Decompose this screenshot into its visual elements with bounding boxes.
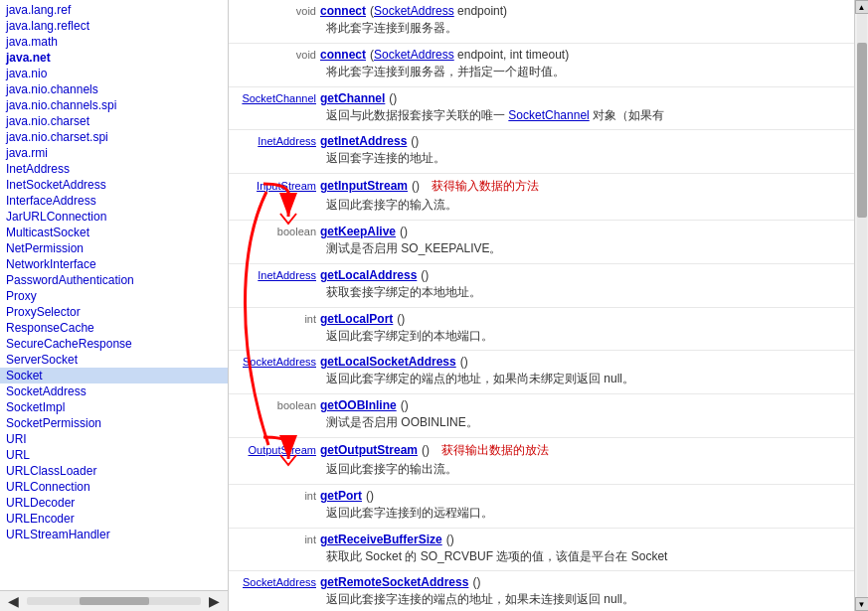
sidebar-item-urlconnection[interactable]: URLConnection <box>0 479 228 495</box>
method-name-link-1[interactable]: connect <box>320 48 366 62</box>
sidebar: java.lang.refjava.lang.reflectjava.mathj… <box>0 0 229 611</box>
sidebar-item-socket[interactable]: Socket <box>0 368 228 383</box>
sidebar-item-multicastsocket[interactable]: MulticastSocket <box>0 225 228 240</box>
sidebar-item-uri[interactable]: URI <box>0 431 228 447</box>
main-vscrollbar[interactable]: ▲ ▼ <box>854 0 868 611</box>
method-params-10: () <box>422 443 430 457</box>
sidebar-item-urlstreamhandler[interactable]: URLStreamHandler <box>0 527 228 542</box>
return-type-8: SocketAddress <box>237 356 316 368</box>
return-type-link-4[interactable]: InputStream <box>257 180 316 192</box>
sidebar-right-arrow[interactable]: ▶ <box>205 593 224 609</box>
sidebar-item-java-nio-charset-spi[interactable]: java.nio.charset.spi <box>0 129 228 145</box>
sidebar-item-serversocket[interactable]: ServerSocket <box>0 352 228 368</box>
sidebar-item-interfaceaddress[interactable]: InterfaceAddress <box>0 193 228 209</box>
method-params-8: () <box>460 355 468 369</box>
method-name-link-4[interactable]: getInputStream <box>320 179 408 193</box>
sidebar-item-java-nio-channels-spi[interactable]: java.nio.channels.spi <box>0 97 228 113</box>
vscroll-down-button[interactable]: ▼ <box>855 597 869 611</box>
method-signature-2: SocketChannelgetChannel() <box>237 91 846 105</box>
sidebar-item-socketaddress[interactable]: SocketAddress <box>0 383 228 399</box>
method-name-link-8[interactable]: getLocalSocketAddress <box>320 355 456 369</box>
sidebar-item-securecacheresponse[interactable]: SecureCacheResponse <box>0 336 228 352</box>
sidebar-item-java-net[interactable]: java.net <box>0 50 228 66</box>
method-signature-4: InputStreamgetInputStream()获得输入数据的方法 <box>237 178 846 195</box>
sidebar-item-networkinterface[interactable]: NetworkInterface <box>0 256 228 272</box>
sidebar-item-java-nio[interactable]: java.nio <box>0 66 228 81</box>
sidebar-hscroll-thumb <box>80 597 149 605</box>
method-signature-7: intgetLocalPort() <box>237 312 846 326</box>
method-params-4: () <box>412 179 420 193</box>
method-name-link-3[interactable]: getInetAddress <box>320 134 407 148</box>
vscroll-track[interactable] <box>857 14 867 597</box>
sidebar-item-url[interactable]: URL <box>0 447 228 463</box>
sidebar-item-java-lang-ref[interactable]: java.lang.ref <box>0 2 228 18</box>
method-params-13: () <box>472 575 480 589</box>
method-row-getInetAddress-3: InetAddressgetInetAddress()返回套字连接的地址。 <box>229 130 854 174</box>
method-desc-0: 将此套字连接到服务器。 <box>326 18 846 39</box>
method-name-link-12[interactable]: getReceiveBufferSize <box>320 533 442 546</box>
method-name-link-11[interactable]: getPort <box>320 489 362 503</box>
return-type-link-2[interactable]: SocketChannel <box>242 92 316 104</box>
return-type-link-3[interactable]: InetAddress <box>258 135 316 147</box>
method-desc-3: 返回套字连接的地址。 <box>326 148 846 169</box>
desc-link-SocketChannel-2[interactable]: SocketChannel <box>508 108 589 122</box>
sidebar-item-responsecache[interactable]: ResponseCache <box>0 320 228 336</box>
sidebar-left-arrow[interactable]: ◀ <box>4 593 23 609</box>
param-link-0[interactable]: SocketAddress <box>374 4 454 18</box>
sidebar-item-socketimpl[interactable]: SocketImpl <box>0 399 228 415</box>
method-row-getLocalPort-7: intgetLocalPort()返回此套字绑定到的本地端口。 <box>229 308 854 352</box>
sidebar-item-java-math[interactable]: java.math <box>0 34 228 50</box>
sidebar-item-java-rmi[interactable]: java.rmi <box>0 145 228 161</box>
method-params-2: () <box>389 91 397 105</box>
sidebar-item-passwordauthentication[interactable]: PasswordAuthentication <box>0 272 228 288</box>
method-name-link-13[interactable]: getRemoteSocketAddress <box>320 575 468 589</box>
method-desc-8: 返回此套字绑定的端点的地址，如果尚未绑定则返回 null。 <box>326 369 846 389</box>
method-name-link-9[interactable]: getOOBInline <box>320 398 397 412</box>
method-signature-3: InetAddressgetInetAddress() <box>237 134 846 148</box>
method-name-link-2[interactable]: getChannel <box>320 91 385 105</box>
method-name-link-0[interactable]: connect <box>320 4 366 18</box>
sidebar-item-java-nio-charset[interactable]: java.nio.charset <box>0 113 228 129</box>
vscroll-up-button[interactable]: ▲ <box>855 0 869 14</box>
method-signature-13: SocketAddressgetRemoteSocketAddress() <box>237 575 846 589</box>
sidebar-item-java-lang-reflect[interactable]: java.lang.reflect <box>0 18 228 34</box>
method-desc-4: 返回此套接字的输入流。 <box>326 195 846 216</box>
method-desc-5: 测试是否启用 SO_KEEPALIVE。 <box>326 238 846 259</box>
sidebar-item-urlencoder[interactable]: URLEncoder <box>0 511 228 527</box>
method-signature-1: voidconnect(SocketAddress endpoint, int … <box>237 48 846 62</box>
sidebar-item-inetaddress[interactable]: InetAddress <box>0 161 228 177</box>
return-type-link-13[interactable]: SocketAddress <box>243 576 316 588</box>
method-name-link-6[interactable]: getLocalAddress <box>320 268 417 282</box>
sidebar-item-netpermission[interactable]: NetPermission <box>0 240 228 256</box>
method-row-getRemoteSocketAddress-13: SocketAddressgetRemoteSocketAddress()返回此… <box>229 571 854 611</box>
sidebar-item-inetsocketaddress[interactable]: InetSocketAddress <box>0 177 228 193</box>
sidebar-item-socketpermission[interactable]: SocketPermission <box>0 415 228 431</box>
return-type-4: InputStream <box>237 180 316 192</box>
sidebar-item-urldecoder[interactable]: URLDecoder <box>0 495 228 511</box>
sidebar-scroll[interactable]: java.lang.refjava.lang.reflectjava.mathj… <box>0 0 228 590</box>
sidebar-item-java-nio-channels[interactable]: java.nio.channels <box>0 81 228 97</box>
method-row-connect-1: voidconnect(SocketAddress endpoint, int … <box>229 44 854 87</box>
param-link-1[interactable]: SocketAddress <box>374 48 454 62</box>
sidebar-item-proxy[interactable]: Proxy <box>0 288 228 304</box>
method-annotation-4: 获得输入数据的方法 <box>432 178 539 195</box>
method-row-getInputStream-4: InputStreamgetInputStream()获得输入数据的方法返回此套… <box>229 174 854 221</box>
method-name-link-7[interactable]: getLocalPort <box>320 312 393 326</box>
sidebar-item-urlclassloader[interactable]: URLClassLoader <box>0 463 228 479</box>
method-name-link-5[interactable]: getKeepAlive <box>320 225 396 238</box>
return-type-link-8[interactable]: SocketAddress <box>243 356 316 368</box>
sidebar-item-proxyselector[interactable]: ProxySelector <box>0 304 228 320</box>
return-type-link-10[interactable]: OutputStream <box>249 444 316 456</box>
method-row-getPort-11: intgetPort()返回此套字连接到的远程端口。 <box>229 485 854 529</box>
sidebar-item-jarurlconnection[interactable]: JarURLConnection <box>0 209 228 225</box>
main-wrapper: voidconnect(SocketAddress endpoint)将此套字连… <box>229 0 868 611</box>
method-desc-6: 获取套接字绑定的本地地址。 <box>326 282 846 303</box>
method-params-5: () <box>400 225 408 238</box>
return-type-link-6[interactable]: InetAddress <box>258 269 316 281</box>
method-name-link-10[interactable]: getOutputStream <box>320 443 418 457</box>
return-type-1: void <box>237 49 316 61</box>
method-params-11: () <box>366 489 374 503</box>
main-content[interactable]: voidconnect(SocketAddress endpoint)将此套字连… <box>229 0 854 611</box>
method-desc-13: 返回此套接字连接的端点的地址，如果未连接则返回 null。 <box>326 589 846 610</box>
sidebar-hscroll-track[interactable] <box>27 597 201 605</box>
